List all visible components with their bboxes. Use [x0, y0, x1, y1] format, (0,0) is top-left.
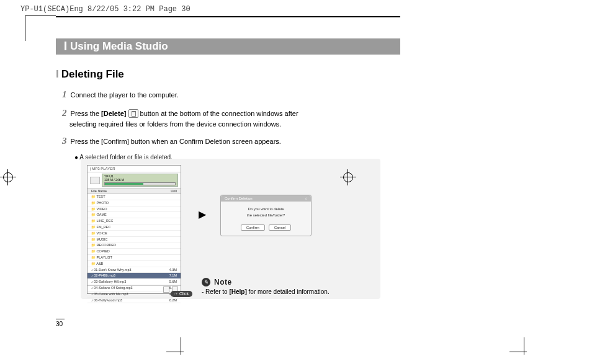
folder-row[interactable]: 📁 FM_REC — [87, 224, 181, 231]
folder-row[interactable]: 📁 VOICE — [87, 231, 181, 237]
step-3-num: 3 — [62, 136, 67, 146]
col-filename: File Name — [91, 189, 107, 193]
device-capacity: 135 M / 246 M — [104, 179, 176, 182]
registration-mark-center — [343, 172, 353, 182]
click-badge: ☞ Click — [171, 291, 192, 297]
step-2-line2: selecting required files or folders from… — [70, 120, 400, 129]
figure-box: | MP3 PLAYER YP-U1 135 M / 246 M File Na… — [81, 159, 380, 299]
left-rule — [25, 16, 25, 41]
confirm-dialog: Confirm Deletion ○ Do you want to delete… — [220, 195, 312, 236]
trash-icon — [128, 109, 138, 118]
capacity-bar — [104, 182, 176, 185]
dialog-line2: the selected file/folder? — [225, 213, 307, 219]
file-row[interactable]: ♪ 06-Hollywood.mp36.2M — [87, 298, 181, 304]
folder-row[interactable]: 📁 MUSIC — [87, 237, 181, 243]
file-row[interactable]: ♪ 01-Don't Know Why.mp34.3M — [87, 267, 181, 273]
step-1-num: 1 — [62, 89, 67, 99]
dialog-title-text: Confirm Deletion — [225, 197, 253, 200]
step-3: 3 Press the [Confirm] button when an Con… — [62, 135, 400, 147]
folder-row[interactable]: 📁 PHOTO — [87, 200, 181, 206]
file-row[interactable]: ♪ 03-Salisbury Hill.mp35.6M — [87, 279, 181, 285]
note-icon: ✎ — [202, 278, 210, 286]
crop-mark-bottom-right — [518, 346, 531, 358]
section-title: IDeleting File — [56, 68, 400, 81]
folder-row[interactable]: 📁 RECORDED — [87, 242, 181, 249]
page-title-band: Using Media Studio — [56, 38, 400, 55]
col-unit: Unit — [171, 189, 177, 193]
note-row: ✎ Note — [202, 278, 232, 286]
dialog-body: Do you want to delete the selected file/… — [221, 202, 311, 222]
note-bold: [Help] — [229, 288, 246, 295]
dialog-titlebar: Confirm Deletion ○ — [221, 195, 311, 202]
click-badge-text: Click — [179, 291, 189, 296]
top-rule — [56, 16, 400, 17]
folder-row[interactable]: 📁 COPIED — [87, 249, 181, 255]
step-1: 1 Connect the player to the computer. — [62, 88, 400, 100]
crop-mark-bottom — [175, 346, 187, 358]
file-row[interactable]: ♪ 02-Pt486.mp37.1M — [87, 273, 181, 279]
arrow-right-icon: ▶ — [199, 208, 206, 220]
registration-mark-left — [3, 172, 13, 182]
cancel-button[interactable]: Cancel — [269, 224, 292, 231]
note-text-a: - Refer to — [202, 288, 229, 295]
step-2-text-a: Press the — [71, 110, 102, 117]
panel-footer — [87, 285, 181, 293]
folder-row[interactable]: 📁 TEXT — [87, 194, 181, 200]
device-info: YP-U1 135 M / 246 M — [102, 174, 178, 187]
step-2-num: 2 — [62, 108, 67, 118]
folder-row[interactable]: 📁 A&B — [87, 261, 181, 267]
page-title: Using Media Studio — [70, 40, 168, 52]
note-label: Note — [214, 278, 232, 286]
player-header: | MP3 PLAYER — [87, 166, 181, 172]
page-number: 30 — [56, 319, 65, 327]
step-3-text: Press the [Confirm] button when an Confi… — [71, 138, 281, 145]
close-icon[interactable]: ○ — [305, 197, 307, 200]
step-2-text-b: button at the bottom of the connection w… — [140, 110, 298, 117]
corner-stub — [25, 16, 56, 16]
note-text-b: for more detailed information. — [247, 288, 330, 295]
step-2-bold: [Delete] — [101, 110, 126, 117]
column-header: File Name Unit — [87, 188, 181, 194]
device-row: YP-U1 135 M / 246 M — [87, 172, 181, 188]
confirm-button[interactable]: Confirm — [241, 224, 265, 231]
folder-row[interactable]: 📁 VIDEO — [87, 206, 181, 213]
mp3-player-panel: | MP3 PLAYER YP-U1 135 M / 246 M File Na… — [87, 165, 181, 294]
step-2: 2 Press the [Delete] button at the botto… — [62, 107, 400, 128]
note-text: - Refer to [Help] for more detailed info… — [202, 288, 330, 295]
folder-row[interactable]: 📁 GAME — [87, 212, 181, 218]
section: IDeleting File 1 Connect the player to t… — [56, 68, 400, 161]
dialog-line1: Do you want to delete — [225, 206, 307, 213]
title-bar-icon — [65, 42, 66, 50]
folder-row[interactable]: 📁 PLAYLIST — [87, 255, 181, 261]
footer-icon-1[interactable] — [163, 286, 169, 293]
dialog-buttons: Confirm Cancel — [221, 222, 311, 236]
folder-row[interactable]: 📁 LINE_REC — [87, 218, 181, 224]
section-pipe-icon: I — [56, 68, 59, 80]
section-title-text: Deleting File — [61, 68, 124, 80]
step-1-text: Connect the player to the computer. — [71, 91, 179, 99]
device-icon — [90, 177, 100, 184]
